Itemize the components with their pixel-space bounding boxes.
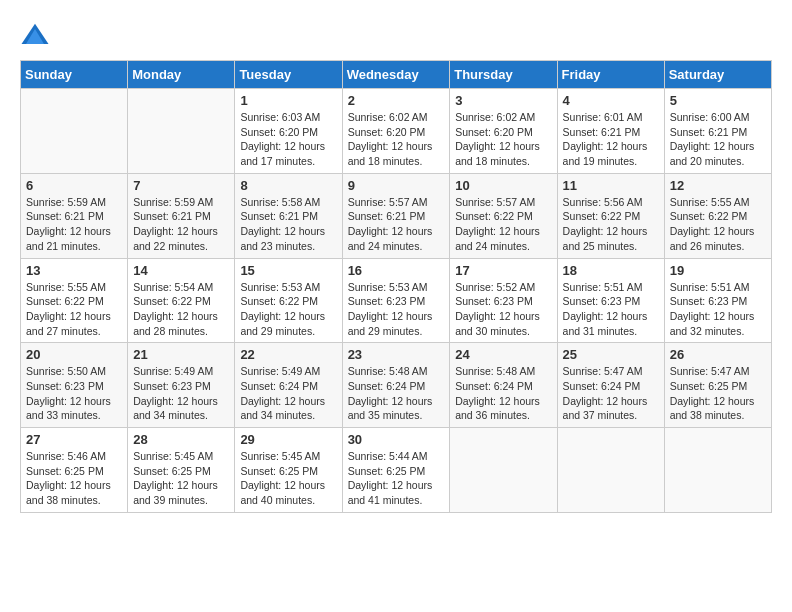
calendar-cell: 17Sunrise: 5:52 AMSunset: 6:23 PMDayligh… [450,258,557,343]
calendar-cell: 23Sunrise: 5:48 AMSunset: 6:24 PMDayligh… [342,343,450,428]
calendar-cell: 21Sunrise: 5:49 AMSunset: 6:23 PMDayligh… [128,343,235,428]
day-number: 12 [670,178,766,193]
day-header-monday: Monday [128,61,235,89]
day-info: Sunrise: 5:58 AMSunset: 6:21 PMDaylight:… [240,195,336,254]
day-number: 8 [240,178,336,193]
day-number: 11 [563,178,659,193]
calendar-cell [450,428,557,513]
day-info: Sunrise: 5:55 AMSunset: 6:22 PMDaylight:… [26,280,122,339]
day-header-wednesday: Wednesday [342,61,450,89]
day-info: Sunrise: 5:53 AMSunset: 6:23 PMDaylight:… [348,280,445,339]
day-info: Sunrise: 6:01 AMSunset: 6:21 PMDaylight:… [563,110,659,169]
day-number: 19 [670,263,766,278]
calendar-cell: 11Sunrise: 5:56 AMSunset: 6:22 PMDayligh… [557,173,664,258]
calendar-cell: 10Sunrise: 5:57 AMSunset: 6:22 PMDayligh… [450,173,557,258]
calendar-cell: 8Sunrise: 5:58 AMSunset: 6:21 PMDaylight… [235,173,342,258]
day-number: 18 [563,263,659,278]
day-number: 21 [133,347,229,362]
calendar-cell: 9Sunrise: 5:57 AMSunset: 6:21 PMDaylight… [342,173,450,258]
day-number: 7 [133,178,229,193]
day-info: Sunrise: 6:03 AMSunset: 6:20 PMDaylight:… [240,110,336,169]
calendar-cell: 14Sunrise: 5:54 AMSunset: 6:22 PMDayligh… [128,258,235,343]
day-number: 24 [455,347,551,362]
day-info: Sunrise: 5:54 AMSunset: 6:22 PMDaylight:… [133,280,229,339]
day-number: 3 [455,93,551,108]
calendar-table: SundayMondayTuesdayWednesdayThursdayFrid… [20,60,772,513]
day-info: Sunrise: 5:47 AMSunset: 6:25 PMDaylight:… [670,364,766,423]
calendar-cell: 15Sunrise: 5:53 AMSunset: 6:22 PMDayligh… [235,258,342,343]
calendar-cell: 7Sunrise: 5:59 AMSunset: 6:21 PMDaylight… [128,173,235,258]
day-number: 6 [26,178,122,193]
day-info: Sunrise: 5:49 AMSunset: 6:23 PMDaylight:… [133,364,229,423]
calendar-cell: 27Sunrise: 5:46 AMSunset: 6:25 PMDayligh… [21,428,128,513]
day-info: Sunrise: 5:49 AMSunset: 6:24 PMDaylight:… [240,364,336,423]
day-number: 27 [26,432,122,447]
calendar-cell: 25Sunrise: 5:47 AMSunset: 6:24 PMDayligh… [557,343,664,428]
calendar-cell: 29Sunrise: 5:45 AMSunset: 6:25 PMDayligh… [235,428,342,513]
day-info: Sunrise: 5:57 AMSunset: 6:22 PMDaylight:… [455,195,551,254]
day-number: 16 [348,263,445,278]
day-info: Sunrise: 5:51 AMSunset: 6:23 PMDaylight:… [563,280,659,339]
calendar-cell: 30Sunrise: 5:44 AMSunset: 6:25 PMDayligh… [342,428,450,513]
day-number: 30 [348,432,445,447]
day-info: Sunrise: 5:51 AMSunset: 6:23 PMDaylight:… [670,280,766,339]
day-number: 14 [133,263,229,278]
calendar-cell: 1Sunrise: 6:03 AMSunset: 6:20 PMDaylight… [235,89,342,174]
calendar-cell: 2Sunrise: 6:02 AMSunset: 6:20 PMDaylight… [342,89,450,174]
calendar-cell: 26Sunrise: 5:47 AMSunset: 6:25 PMDayligh… [664,343,771,428]
calendar-cell: 5Sunrise: 6:00 AMSunset: 6:21 PMDaylight… [664,89,771,174]
day-header-saturday: Saturday [664,61,771,89]
day-number: 26 [670,347,766,362]
page-header [20,20,772,50]
day-info: Sunrise: 5:45 AMSunset: 6:25 PMDaylight:… [133,449,229,508]
day-number: 20 [26,347,122,362]
calendar-cell: 16Sunrise: 5:53 AMSunset: 6:23 PMDayligh… [342,258,450,343]
calendar-cell: 12Sunrise: 5:55 AMSunset: 6:22 PMDayligh… [664,173,771,258]
calendar-cell: 18Sunrise: 5:51 AMSunset: 6:23 PMDayligh… [557,258,664,343]
day-number: 1 [240,93,336,108]
calendar-cell [557,428,664,513]
day-info: Sunrise: 5:47 AMSunset: 6:24 PMDaylight:… [563,364,659,423]
day-info: Sunrise: 6:00 AMSunset: 6:21 PMDaylight:… [670,110,766,169]
day-info: Sunrise: 5:55 AMSunset: 6:22 PMDaylight:… [670,195,766,254]
calendar-cell: 6Sunrise: 5:59 AMSunset: 6:21 PMDaylight… [21,173,128,258]
day-number: 25 [563,347,659,362]
day-info: Sunrise: 5:45 AMSunset: 6:25 PMDaylight:… [240,449,336,508]
day-info: Sunrise: 5:53 AMSunset: 6:22 PMDaylight:… [240,280,336,339]
day-info: Sunrise: 5:48 AMSunset: 6:24 PMDaylight:… [348,364,445,423]
calendar-cell [128,89,235,174]
day-number: 10 [455,178,551,193]
logo-icon [20,20,50,50]
day-header-thursday: Thursday [450,61,557,89]
day-number: 28 [133,432,229,447]
day-info: Sunrise: 5:48 AMSunset: 6:24 PMDaylight:… [455,364,551,423]
day-info: Sunrise: 5:59 AMSunset: 6:21 PMDaylight:… [133,195,229,254]
day-header-sunday: Sunday [21,61,128,89]
calendar-cell: 20Sunrise: 5:50 AMSunset: 6:23 PMDayligh… [21,343,128,428]
day-number: 15 [240,263,336,278]
day-number: 17 [455,263,551,278]
calendar-cell: 19Sunrise: 5:51 AMSunset: 6:23 PMDayligh… [664,258,771,343]
logo [20,20,54,50]
day-header-friday: Friday [557,61,664,89]
day-number: 29 [240,432,336,447]
day-info: Sunrise: 5:57 AMSunset: 6:21 PMDaylight:… [348,195,445,254]
day-number: 22 [240,347,336,362]
day-info: Sunrise: 5:46 AMSunset: 6:25 PMDaylight:… [26,449,122,508]
day-info: Sunrise: 5:44 AMSunset: 6:25 PMDaylight:… [348,449,445,508]
day-info: Sunrise: 6:02 AMSunset: 6:20 PMDaylight:… [348,110,445,169]
calendar-cell [21,89,128,174]
day-number: 13 [26,263,122,278]
day-number: 23 [348,347,445,362]
calendar-cell [664,428,771,513]
day-number: 2 [348,93,445,108]
day-info: Sunrise: 5:52 AMSunset: 6:23 PMDaylight:… [455,280,551,339]
calendar-cell: 3Sunrise: 6:02 AMSunset: 6:20 PMDaylight… [450,89,557,174]
day-info: Sunrise: 5:56 AMSunset: 6:22 PMDaylight:… [563,195,659,254]
calendar-cell: 4Sunrise: 6:01 AMSunset: 6:21 PMDaylight… [557,89,664,174]
calendar-cell: 24Sunrise: 5:48 AMSunset: 6:24 PMDayligh… [450,343,557,428]
day-number: 4 [563,93,659,108]
calendar-cell: 13Sunrise: 5:55 AMSunset: 6:22 PMDayligh… [21,258,128,343]
day-number: 9 [348,178,445,193]
day-header-tuesday: Tuesday [235,61,342,89]
